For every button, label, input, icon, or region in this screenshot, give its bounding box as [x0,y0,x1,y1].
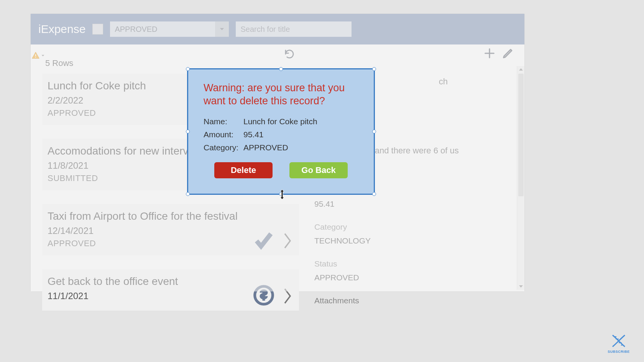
svg-rect-1 [35,57,36,58]
scroll-up-icon[interactable] [517,66,524,73]
delete-button[interactable]: Delete [214,162,273,178]
app-title: iExpense [38,23,85,36]
detail-attachments-label: Attachments [314,296,513,305]
refresh-icon[interactable] [284,48,297,61]
detail-amount: 95.41 [314,199,513,209]
chevron-right-icon[interactable] [282,232,293,252]
modal-amount-label: Amount: [204,130,243,139]
resize-handle-icon[interactable] [279,67,283,71]
resize-handle-icon[interactable] [186,67,190,71]
dollar-icon[interactable] [253,285,276,308]
svg-rect-0 [35,54,36,56]
chevron-down-icon [215,21,229,37]
resize-handle-icon[interactable] [186,192,190,196]
modal-name-value: Lunch for Coke pitch [243,117,317,126]
modal-amount-value: 95.41 [243,130,264,139]
dna-icon [610,334,627,348]
filter-checkbox[interactable] [92,24,103,35]
modal-name-label: Name: [204,117,243,126]
detail-status-label: Status [314,259,513,268]
filter-select[interactable]: APPROVED [110,21,229,37]
go-back-button[interactable]: Go Back [289,162,348,178]
subscribe-badge[interactable]: SUBSCRIBE [607,334,630,354]
chevron-down-icon[interactable] [41,53,45,59]
edit-icon[interactable] [501,47,516,61]
item-title: Taxi from Airport to Office for the fest… [48,210,294,222]
detail-category-value: TECHNOLOGY [314,236,513,245]
search-input[interactable] [236,21,352,37]
detail-status-value: APPROVED [314,273,513,282]
list-item[interactable]: Taxi from Airport to Office for the fest… [42,204,299,255]
modal-category-label: Category: [204,143,243,152]
scroll-thumb[interactable] [518,74,524,196]
resize-handle-icon[interactable] [279,192,283,196]
toolbar: 5 Rows [31,44,524,66]
modal-category-value: APPROVED [243,143,288,152]
filter-selected-value: APPROVED [115,25,157,34]
list-item[interactable]: Get back to the office event 11/1/2021 [42,269,299,311]
resize-handle-icon[interactable] [186,130,190,133]
modal-title: Warning: are you sure that you want to d… [204,82,358,108]
scrollbar[interactable] [517,66,524,290]
delete-confirm-modal[interactable]: Warning: are you sure that you want to d… [187,68,375,195]
header: iExpense APPROVED [31,14,524,44]
scroll-down-icon[interactable] [517,283,524,290]
warning-icon [31,51,40,60]
chevron-right-icon[interactable] [282,287,293,307]
subscribe-label: SUBSCRIBE [607,350,630,354]
resize-handle-icon[interactable] [372,67,376,71]
modal-content: Warning: are you sure that you want to d… [188,69,374,188]
resize-handle-icon[interactable] [372,130,376,133]
add-icon[interactable] [483,47,498,61]
resize-handle-icon[interactable] [372,192,376,196]
checkmark-icon[interactable] [253,229,276,252]
detail-category-label: Category [314,222,513,232]
